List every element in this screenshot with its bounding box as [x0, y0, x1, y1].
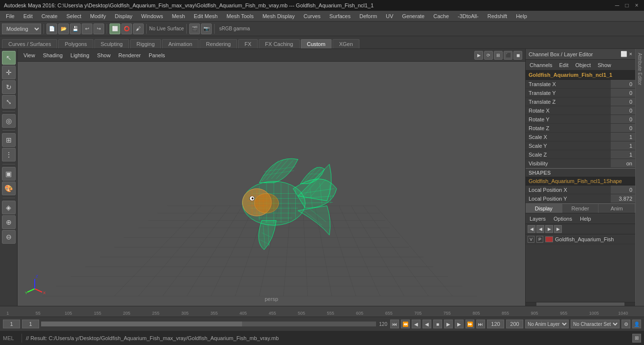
playback-end-input[interactable] [487, 320, 504, 328]
layer-color-swatch[interactable] [545, 236, 553, 242]
range-start-input[interactable] [22, 320, 39, 328]
panel-expand-icon[interactable]: ⬜ [621, 51, 627, 57]
channel-value[interactable]: 0 [611, 89, 635, 97]
tab-animation[interactable]: Animation [162, 39, 199, 48]
channel-value[interactable]: 1 [611, 133, 635, 141]
camera-rot[interactable]: ⟳ [484, 51, 493, 60]
object-menu[interactable]: Object [573, 61, 593, 69]
stop-btn[interactable]: ■ [433, 320, 442, 328]
shading-menu[interactable]: Shading [40, 51, 66, 59]
cam-btn[interactable]: 📷 [201, 23, 212, 34]
go-end-btn[interactable]: ⏭ [476, 320, 485, 328]
tab-xgen[interactable]: XGen [333, 39, 359, 48]
open-btn[interactable]: 📂 [58, 23, 69, 34]
current-frame-input[interactable] [3, 320, 20, 328]
help-menu[interactable]: Help [578, 215, 593, 223]
layers-menu[interactable]: Layers [528, 215, 548, 223]
right-tab-anim[interactable]: Anim [599, 204, 635, 213]
camera-move[interactable]: ▶ [474, 51, 483, 60]
layer-next-btn[interactable]: ▶ [545, 225, 553, 233]
renderer-menu[interactable]: Renderer [115, 51, 144, 59]
prev-frame-btn[interactable]: ⏪ [401, 320, 410, 328]
channel-value[interactable]: 0 [611, 115, 635, 123]
next-frame-btn[interactable]: ⏩ [466, 320, 474, 328]
minus-tool[interactable]: ⊖ [2, 230, 16, 244]
vp-smooth[interactable]: ◼ [513, 51, 522, 60]
tab-fx-caching[interactable]: FX Caching [259, 39, 299, 48]
channel-value[interactable]: 0 [611, 97, 635, 106]
lighting-menu[interactable]: Lighting [67, 51, 92, 59]
menu-edit-mesh[interactable]: Edit Mesh [190, 12, 222, 20]
layer-visibility[interactable]: V [528, 236, 534, 243]
menu-generate[interactable]: Generate [398, 12, 428, 20]
menu-select[interactable]: Select [63, 12, 86, 20]
paint-fx[interactable]: 🎨 [2, 182, 16, 195]
menu-redshift[interactable]: Redshift [484, 12, 511, 20]
tab-polygons[interactable]: Polygons [58, 39, 93, 48]
char-set-select[interactable]: No Character Set [571, 320, 620, 328]
shape-channel-value[interactable]: 0 [611, 185, 635, 194]
layer-next2-btn[interactable]: ▶ [554, 225, 562, 233]
channel-value[interactable]: on [611, 159, 635, 167]
anim-layer-select[interactable]: No Anim Layer [525, 320, 569, 328]
menu-help[interactable]: Help [512, 12, 531, 20]
menu-mesh-tools[interactable]: Mesh Tools [222, 12, 257, 20]
horizontal-scrollbar[interactable] [526, 302, 635, 306]
tab-curves-surfaces[interactable]: Curves / Surfaces [2, 39, 57, 48]
attribute-editor-tab[interactable]: Attribute Editor [635, 49, 644, 306]
layer-playback[interactable]: P [536, 236, 543, 243]
menu-display[interactable]: Display [111, 12, 136, 20]
menu-surfaces[interactable]: Surfaces [326, 12, 355, 20]
edit-menu[interactable]: Edit [557, 61, 570, 69]
next-key-btn[interactable]: ▶ [455, 320, 464, 328]
render-region[interactable]: ▣ [2, 167, 16, 181]
show-manip-tool[interactable]: ⊞ [2, 133, 16, 147]
viewport-canvas[interactable]: X Y Z persp [18, 62, 525, 306]
timeline-ruler[interactable]: 1551051552052553053554054555055556056557… [0, 306, 644, 317]
channel-value[interactable]: 1 [611, 141, 635, 150]
menu-uv[interactable]: UV [382, 12, 397, 20]
select-tool[interactable]: ↖ [2, 51, 16, 65]
render-btn[interactable]: 🎬 [189, 23, 200, 34]
layer-prev2-btn[interactable]: ◀ [528, 225, 535, 233]
move-tool[interactable]: ✛ [2, 66, 16, 79]
menu-edit[interactable]: Edit [20, 12, 37, 20]
prev-key-btn[interactable]: ◀ [412, 320, 421, 328]
show-menu[interactable]: Show [94, 51, 114, 59]
save-btn[interactable]: 💾 [70, 23, 81, 34]
status-icon[interactable]: ⊞ [632, 334, 641, 343]
options-menu[interactable]: Options [552, 215, 574, 223]
maximize-button[interactable]: □ [623, 2, 630, 9]
menu-curves[interactable]: Curves [300, 12, 325, 20]
panel-close-icon[interactable]: × [629, 51, 632, 57]
play-fwd-btn[interactable]: ▶ [444, 320, 453, 328]
right-tab-display[interactable]: Display [526, 204, 562, 213]
panels-menu[interactable]: Panels [146, 51, 168, 59]
menu-cache[interactable]: Cache [429, 12, 453, 20]
channel-value[interactable]: 0 [611, 124, 635, 132]
view-menu[interactable]: View [21, 51, 38, 59]
play-back-btn[interactable]: ◀ [422, 320, 431, 328]
new-btn[interactable]: 📄 [46, 23, 57, 34]
rotate-tool[interactable]: ↻ [2, 80, 16, 94]
soft-select-tool[interactable]: ◎ [2, 114, 16, 128]
show-menu[interactable]: Show [596, 61, 613, 69]
menu-modify[interactable]: Modify [86, 12, 110, 20]
menu-file[interactable]: File [2, 12, 19, 20]
tab-rigging[interactable]: Rigging [130, 39, 161, 48]
max-frame-input[interactable] [506, 320, 523, 328]
snap-grid-tool[interactable]: ⋮ [2, 148, 16, 161]
paint-btn[interactable]: 🖌 [133, 23, 144, 34]
anim-settings-btn[interactable]: ⚙ [622, 320, 630, 328]
channel-value[interactable]: 0 [611, 80, 635, 88]
select-btn[interactable]: ⬜ [110, 23, 120, 34]
layer-prev-btn[interactable]: ◀ [536, 225, 544, 233]
channels-menu[interactable]: Channels [528, 61, 554, 69]
silhouette-tool[interactable]: ◈ [2, 201, 16, 214]
menu-windows[interactable]: Windows [137, 12, 167, 20]
vp-wire[interactable]: ⬛ [504, 51, 512, 60]
shape-channel-value[interactable]: 3.872 [611, 194, 635, 203]
menu-mesh-display[interactable]: Mesh Display [259, 12, 299, 20]
menu--3dtoall-[interactable]: -3DtoAll- [454, 12, 483, 20]
plus-tool[interactable]: ⊕ [2, 215, 16, 229]
